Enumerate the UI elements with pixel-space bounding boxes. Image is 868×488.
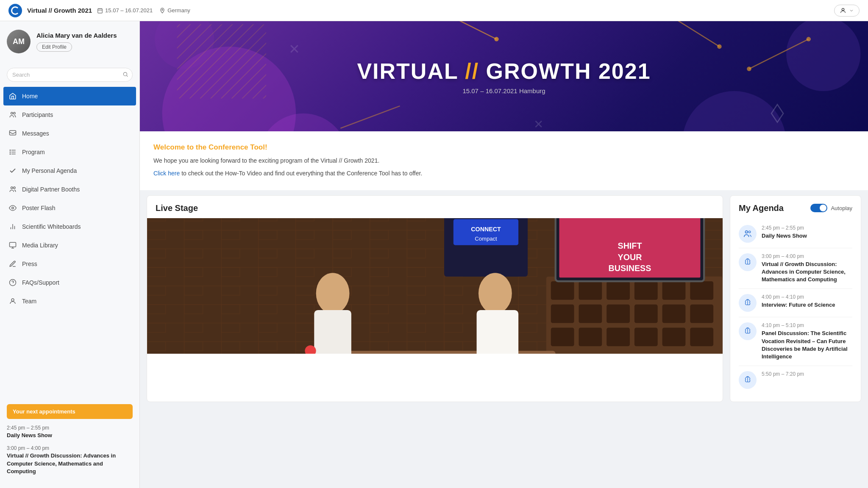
svg-text:CONNECT: CONNECT [471, 226, 501, 233]
stage-scene: SHIFT YOUR BUSINESS CONNECT REMOTE SAP P… [147, 218, 723, 354]
calendar-icon [97, 8, 103, 14]
agenda-icon-0 [739, 225, 757, 243]
svg-rect-71 [551, 327, 574, 346]
click-here-link[interactable]: Click here [153, 170, 180, 177]
sidebar-item-messages[interactable]: Messages [0, 124, 139, 143]
appointment-time-2: 3:00 pm – 4:00 pm [7, 445, 133, 451]
app-title: Virtual // Growth 2021 [27, 7, 92, 14]
sidebar-item-program[interactable]: Program [0, 143, 139, 161]
svg-point-96 [746, 230, 748, 233]
toggle-knob [820, 205, 826, 211]
agenda-time-2: 4:00 pm – 4:10 pm [762, 294, 852, 300]
agenda-info-2: 4:00 pm – 4:10 pm Interview: Future of S… [762, 294, 852, 312]
edit-profile-button[interactable]: Edit Profile [36, 42, 72, 52]
topbar: Virtual // Growth 2021 15.07 – 16.07.202… [0, 0, 868, 21]
appointment-title-1: Daily News Show [7, 432, 133, 439]
topbar-location: Germany [159, 7, 190, 14]
appointments-section: Your next appointments 2:45 pm – 2:55 pm… [0, 397, 139, 488]
user-button[interactable] [834, 5, 860, 17]
autoplay-switch[interactable] [810, 204, 827, 212]
banner-content: VIRTUAL // GROWTH 2021 15.07 – 16.07.202… [140, 21, 868, 131]
agenda-header: My Agenda Autoplay [739, 203, 852, 213]
search-input[interactable] [7, 68, 133, 82]
svg-rect-70 [690, 305, 713, 323]
agenda-time-4: 5:50 pm – 7:20 pm [762, 371, 852, 377]
agenda-item-0[interactable]: 2:45 pm – 2:55 pm Daily News Show [739, 220, 852, 248]
svg-point-9 [14, 112, 16, 114]
sidebar-item-poster-flash[interactable]: Poster Flash [0, 199, 139, 217]
topbar-meta: 15.07 – 16.07.2021 Germany [97, 7, 190, 14]
svg-rect-72 [579, 327, 602, 346]
appointment-item-2: 3:00 pm – 4:00 pm Virtual // Growth Disc… [7, 445, 133, 475]
agenda-name-0: Daily News Show [762, 232, 852, 240]
svg-point-19 [12, 207, 14, 209]
banner-title: VIRTUAL // GROWTH 2021 [357, 58, 651, 84]
sidebar-item-team-label: Team [22, 298, 36, 305]
topbar-left: Virtual // Growth 2021 15.07 – 16.07.202… [8, 4, 190, 17]
agenda-name-2: Interview: Future of Science [762, 301, 852, 309]
sidebar-item-participants[interactable]: Participants [0, 105, 139, 124]
svg-rect-61 [606, 281, 630, 300]
svg-point-16 [10, 154, 11, 155]
profile-name: Alicia Mary van de Aalders [36, 31, 117, 40]
live-stage-header: Live Stage [147, 196, 723, 218]
sidebar-item-messages-label: Messages [22, 130, 49, 137]
agenda-info-1: 3:00 pm – 4:00 pm Virtual // Growth Disc… [762, 253, 852, 284]
svg-point-8 [11, 112, 13, 114]
sidebar-item-digital-partner-booths-label: Digital Partner Booths [22, 186, 80, 193]
svg-rect-63 [662, 281, 686, 300]
svg-rect-68 [634, 305, 658, 323]
eye-icon [8, 204, 17, 212]
agenda-title: My Agenda [739, 203, 784, 213]
svg-rect-59 [551, 281, 574, 300]
svg-point-91 [316, 273, 350, 313]
search-button[interactable] [122, 71, 128, 78]
topbar-date: 15.07 – 16.07.2021 [97, 7, 153, 14]
svg-point-5 [842, 8, 844, 10]
agenda-item-2[interactable]: 4:00 pm – 4:10 pm Interview: Future of S… [739, 289, 852, 317]
sidebar-item-team[interactable]: Team [0, 292, 139, 311]
sidebar-item-faqs-support[interactable]: FAQs/Support [0, 273, 139, 292]
sidebar-item-press[interactable]: Press [0, 255, 139, 273]
welcome-section: Welcome to the Conference Tool! We hope … [140, 131, 868, 190]
participants-icon [8, 111, 17, 119]
svg-point-97 [748, 231, 751, 233]
agenda-item-4[interactable]: 5:50 pm – 7:20 pm [739, 366, 852, 394]
sidebar-item-home-label: Home [22, 93, 38, 100]
brain-icon-3 [743, 327, 752, 336]
svg-point-6 [123, 72, 127, 75]
sidebar-item-my-personal-agenda[interactable]: My Personal Agenda [0, 161, 139, 180]
agenda-item-3[interactable]: 4:10 pm – 5:10 pm Panel Discussion: The … [739, 317, 852, 366]
sidebar-nav: Home Participants Messages [0, 87, 139, 311]
avatar: AM [7, 30, 31, 53]
svg-rect-69 [662, 305, 686, 323]
home-icon [8, 92, 17, 100]
autoplay-label: Autoplay [831, 205, 852, 211]
autoplay-toggle[interactable]: Autoplay [810, 204, 852, 212]
banner: ✕ ✕ ✕ ✕ ✕ VIRTUAL // GROWTH [140, 21, 868, 131]
search-box [0, 64, 139, 87]
welcome-title: Welcome to the Conference Tool! [153, 143, 854, 152]
svg-rect-62 [634, 281, 658, 300]
agenda-info-0: 2:45 pm – 2:55 pm Daily News Show [762, 225, 852, 243]
sidebar-item-media-library[interactable]: Media Library [0, 236, 139, 255]
brain-icon-2 [743, 298, 752, 308]
svg-rect-94 [477, 310, 519, 354]
svg-rect-67 [606, 305, 630, 323]
svg-point-14 [10, 150, 11, 151]
live-stage-video[interactable]: SHIFT YOUR BUSINESS CONNECT REMOTE SAP P… [147, 218, 723, 354]
search-icon [122, 71, 128, 77]
logo-ring [11, 6, 19, 15]
main-content: ✕ ✕ ✕ ✕ ✕ VIRTUAL // GROWTH [140, 21, 868, 488]
welcome-link-line: Click here to check out the How-To Video… [153, 169, 854, 178]
agenda-item-1[interactable]: 3:00 pm – 4:00 pm Virtual // Growth Disc… [739, 248, 852, 289]
help-icon [8, 278, 17, 287]
svg-rect-88 [333, 351, 556, 354]
svg-rect-76 [690, 327, 713, 346]
svg-point-93 [479, 273, 512, 313]
sidebar-item-home[interactable]: Home [3, 87, 136, 105]
sidebar-item-digital-partner-booths[interactable]: Digital Partner Booths [0, 180, 139, 199]
sidebar-item-scientific-whiteboards[interactable]: Scientific Whiteboards [0, 217, 139, 236]
sidebar-item-poster-flash-label: Poster Flash [22, 205, 56, 211]
avatar-initials: AM [13, 37, 25, 46]
